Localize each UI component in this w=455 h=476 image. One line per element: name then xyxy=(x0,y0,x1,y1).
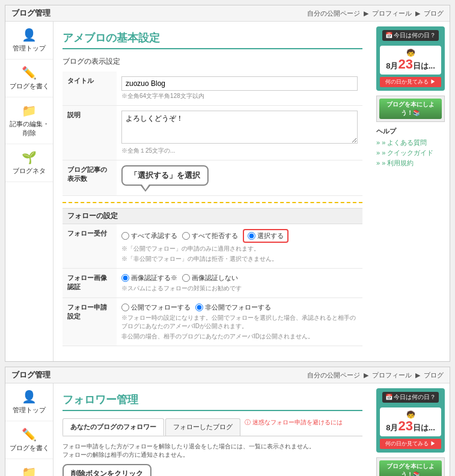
tab-warning-spam[interactable]: ⓘ 迷惑なフォロー申請を避けるには xyxy=(245,418,343,436)
form-label-title: タイトル xyxy=(63,72,117,106)
brand-bottom: ブログ管理 xyxy=(11,370,50,380)
option-approve-all[interactable]: すべて承認する xyxy=(121,231,177,240)
option-image-auth-yes[interactable]: 画像認証する※ xyxy=(121,273,177,282)
form-row-image-auth: フォロー画像認証 画像認証する※ 画像認証しない ※スパムによるフォローの対策に… xyxy=(63,269,362,298)
sidebar-item-blog-neta[interactable]: 🌱 ブログネタ xyxy=(5,144,53,182)
breadcrumb-sep-1: ▶ xyxy=(364,10,368,17)
form-row-follow-request: フォロー申請設定 公開でフォローする 非公開でフォローする ※フォロー時の設定に… xyxy=(63,298,362,346)
breadcrumb-link-3[interactable]: ブログ xyxy=(424,10,444,17)
write-blog-icon-bottom: ✏️ xyxy=(22,427,37,442)
form-label-follow-receive: フォロー受付 xyxy=(63,224,117,269)
sidebar-label-blog-neta: ブログネタ xyxy=(13,166,46,175)
form-cell-post-count: 「選択する」を選択 xyxy=(117,160,362,196)
tab-my-followers[interactable]: あなたのブログのフォロワー xyxy=(63,418,164,436)
form-label-image-auth: フォロー画像認証 xyxy=(63,269,117,298)
sidebar-label-edit-articles: 記事の編集・削除 xyxy=(8,120,50,138)
book-button-bottom[interactable]: ブログを本にしよう！📚 xyxy=(379,460,442,476)
sidebar-bottom-write-blog[interactable]: ✏️ ブログを書く xyxy=(5,421,53,459)
radio-image-auth-no[interactable] xyxy=(182,274,190,282)
today-widget-bottom: 📅 今日は何の日？ 🧒 8月23日は... 何の日か見てみる ▶ xyxy=(376,388,445,453)
top-right-sidebar: 📅 今日は何の日？ 🧒 8月23日は... 何の日か見てみる ▶ ブログを本にし… xyxy=(371,22,450,361)
sidebar-bottom-label-write: ブログを書く xyxy=(10,444,49,453)
sidebar-label-write-blog: ブログを書く xyxy=(10,82,49,91)
radio-reject-all[interactable] xyxy=(182,232,190,240)
follow-form-table: フォロー受付 すべて承認する すべて拒否する 選択する ※「公開でフォロー」の申… xyxy=(63,224,362,346)
bottom-page-title: フォロワー管理 xyxy=(63,392,362,411)
breadcrumb-link-2[interactable]: プロフィール xyxy=(372,10,412,17)
help-link-guide-top[interactable]: » クイックガイド xyxy=(376,148,445,157)
breadcrumb-bottom-link-3[interactable]: ブログ xyxy=(424,371,444,379)
image-auth-note: ※スパムによるフォローの対策にお勧めです xyxy=(121,284,358,293)
form-cell-follow-request: 公開でフォローする 非公開でフォローする ※フォロー時の設定になります。公開でフ… xyxy=(117,298,362,346)
form-row-title: タイトル ※全角64文字半角128文字以内 xyxy=(63,72,362,106)
edit-icon-bottom: 📁 xyxy=(22,465,37,476)
form-row-follow-receive: フォロー受付 すべて承認する すべて拒否する 選択する ※「公開でフォロー」の申… xyxy=(63,224,362,269)
sidebar-bottom-admin-top[interactable]: 👤 管理トップ xyxy=(5,383,53,421)
brand-top: ブログ管理 xyxy=(11,8,50,19)
form-label-post-count: ブログ記事の表示数 xyxy=(63,160,117,196)
top-page-title: アメブロの基本設定 xyxy=(63,31,362,49)
blog-neta-icon: 🌱 xyxy=(22,150,37,165)
help-link-terms-top[interactable]: » 利用規約 xyxy=(376,159,445,168)
form-label-desc: 説明 xyxy=(63,106,117,160)
admin-top-icon: 👤 xyxy=(22,28,37,42)
option-image-auth-no[interactable]: 画像認証しない xyxy=(182,273,238,282)
follow-request-note2: 非公開の場合、相手のブログにあなたのアメーバIDは公開されません。 xyxy=(121,332,358,341)
breadcrumb-top: 自分の公開ページ ▶ プロフィール ▶ ブログ xyxy=(307,9,444,18)
help-link-faq-top[interactable]: » よくある質問 xyxy=(376,138,445,147)
option-reject-all[interactable]: すべて拒否する xyxy=(182,231,238,240)
today-title-top: 📅 今日は何の日？ xyxy=(382,30,439,41)
top-panel: ブログ管理 自分の公開ページ ▶ プロフィール ▶ ブログ 👤 管理トップ ✏️… xyxy=(5,5,450,362)
bottom-main-content: フォロワー管理 あなたのブログのフォロワー フォローしたブログ ⓘ 迷惑なフォロ… xyxy=(53,383,371,476)
book-widget-top: ブログを本にしよう！📚 xyxy=(376,96,445,122)
bottom-panel-body: 👤 管理トップ ✏️ ブログを書く 📁 記事の編集・削除 🌱 ブログネタ 📊 ア… xyxy=(5,383,450,476)
today-widget-top: 📅 今日は何の日？ 🧒 8月23日は... 何の日か見てみる ▶ xyxy=(376,26,445,91)
info-text-line2: フォローの解除は相手の方に通知されません。 xyxy=(63,451,362,459)
radio-select[interactable] xyxy=(248,232,255,240)
form-label-follow-request: フォロー申請設定 xyxy=(63,298,117,346)
radio-approve-all[interactable] xyxy=(121,232,129,240)
form-cell-desc: よろしくどうぞ！ ※全角１25文字の... xyxy=(117,106,362,160)
sidebar-item-write-blog[interactable]: ✏️ ブログを書く xyxy=(5,60,53,97)
radio-public-follow[interactable] xyxy=(121,304,129,311)
today-link-bottom[interactable]: 何の日か見てみる ▶ xyxy=(380,439,441,449)
description-input[interactable]: よろしくどうぞ！ xyxy=(121,111,358,144)
selected-option-highlight: 選択する xyxy=(243,229,289,243)
breadcrumb-bottom-sep-2: ▶ xyxy=(415,371,420,379)
write-blog-icon: ✏️ xyxy=(22,66,37,80)
dashed-separator xyxy=(63,202,362,203)
help-section-top: ヘルプ » よくある質問 » クイックガイド » 利用規約 xyxy=(376,127,445,168)
follow-request-note: ※フォロー時の設定になります。公開でフォローを選択した場合、承認されると相手のブ… xyxy=(121,314,358,331)
sidebar-bottom-edit-articles[interactable]: 📁 記事の編集・削除 xyxy=(5,459,53,476)
breadcrumb-link-1[interactable]: 自分の公開ページ xyxy=(307,10,360,17)
option-select[interactable]: 選択する xyxy=(248,231,284,240)
today-title-bottom: 📅 今日は何の日？ xyxy=(382,392,439,403)
book-widget-bottom: ブログを本にしよう！📚 xyxy=(376,457,445,476)
today-link-top[interactable]: 何の日か見てみる ▶ xyxy=(380,77,441,87)
form-cell-follow-receive: すべて承認する すべて拒否する 選択する ※「公開でフォロー」の申請のみに適用さ… xyxy=(117,224,362,269)
breadcrumb-bottom-link-2[interactable]: プロフィール xyxy=(372,371,412,379)
help-title-top: ヘルプ xyxy=(376,127,445,136)
tab-followed-blogs[interactable]: フォローしたブログ xyxy=(165,418,240,436)
follower-info-bar: フォロー申請をした方がフォローを解除したり退会をした場合には、一覧に表示されませ… xyxy=(63,442,362,459)
sidebar-item-edit-articles[interactable]: 📁 記事の編集・削除 xyxy=(5,97,53,144)
title-input[interactable] xyxy=(121,76,358,91)
edit-articles-icon: 📁 xyxy=(22,103,37,118)
bottom-right-sidebar: 📅 今日は何の日？ 🧒 8月23日は... 何の日か見てみる ▶ ブログを本にし… xyxy=(371,383,450,476)
image-auth-options: 画像認証する※ 画像認証しない xyxy=(121,273,358,282)
radio-image-auth-yes[interactable] xyxy=(121,274,129,282)
follow-note-2: ※「非公開でフォロー」の申請は拒否・選択できません。 xyxy=(121,255,358,263)
sidebar-bottom-label-admin: 管理トップ xyxy=(13,406,46,415)
bottom-panel: ブログ管理 自分の公開ページ ▶ プロフィール ▶ ブログ 👤 管理トップ ✏️… xyxy=(5,367,450,476)
top-main-content: アメブロの基本設定 ブログの表示設定 タイトル ※全角64文字半角128文字以内… xyxy=(53,22,371,361)
book-button-top[interactable]: ブログを本にしよう！📚 xyxy=(379,99,442,119)
radio-private-follow[interactable] xyxy=(195,304,203,311)
option-private-follow[interactable]: 非公開でフォローする xyxy=(195,303,271,312)
option-public-follow[interactable]: 公開でフォローする xyxy=(121,303,191,312)
form-cell-title: ※全角64文字半角128文字以内 xyxy=(117,72,362,106)
sidebar-item-admin-top[interactable]: 👤 管理トップ xyxy=(5,22,53,60)
form-row-post-count: ブログ記事の表示数 「選択する」を選択 xyxy=(63,160,362,196)
top-sidebar: 👤 管理トップ ✏️ ブログを書く 📁 記事の編集・削除 🌱 ブログネタ xyxy=(5,22,53,361)
callout-bubble-1: 「選択する」を選択 xyxy=(121,165,209,186)
breadcrumb-bottom-link-1[interactable]: 自分の公開ページ xyxy=(307,371,360,379)
